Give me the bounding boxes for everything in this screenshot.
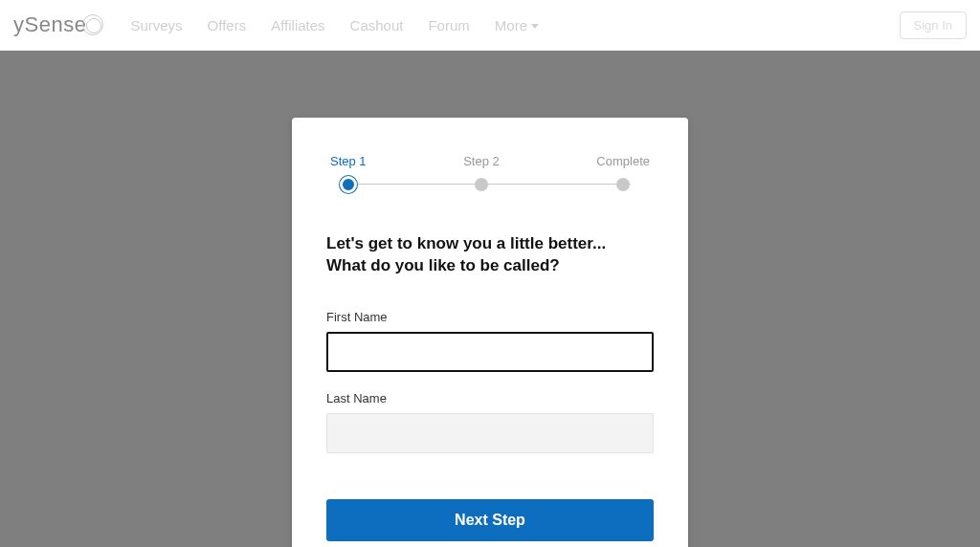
first-name-input[interactable] [326, 332, 654, 372]
nav-offers[interactable]: Offers [208, 17, 247, 33]
nav-forum[interactable]: Forum [428, 17, 469, 33]
top-navigation: ySense Surveys Offers Affiliates Cashout… [0, 0, 980, 51]
last-name-field: Last Name [326, 391, 654, 453]
nav-forum-label: Forum [428, 17, 469, 33]
onboarding-modal: Step 1 Step 2 Complete Let's get to know… [292, 118, 688, 547]
nav-surveys[interactable]: Surveys [130, 17, 182, 33]
first-name-label: First Name [326, 310, 654, 324]
step-indicator: Step 1 Step 2 Complete [326, 154, 654, 193]
step-complete-dot-icon [616, 178, 630, 191]
step-1-label: Step 1 [330, 154, 367, 168]
nav-more-label: More [495, 17, 527, 33]
nav-affiliates[interactable]: Affiliates [271, 17, 324, 33]
step-2: Step 2 [463, 154, 500, 193]
step-complete: Complete [596, 154, 650, 193]
nav-cashout-label: Cashout [350, 17, 404, 33]
nav-more[interactable]: More [495, 17, 539, 33]
heading-line-1: Let's get to know you a little better... [326, 234, 606, 252]
step-1: Step 1 [330, 154, 367, 193]
last-name-input[interactable] [326, 413, 654, 453]
brand-text: ySense [13, 12, 86, 37]
step-1-dot-icon [340, 176, 357, 193]
nav-offers-label: Offers [208, 17, 247, 33]
nav-affiliates-label: Affiliates [271, 17, 324, 33]
step-2-dot-icon [475, 178, 488, 191]
step-complete-label: Complete [596, 154, 650, 168]
heading-line-2: What do you like to be called? [326, 256, 560, 274]
chevron-down-icon [531, 24, 539, 29]
nav-surveys-label: Surveys [130, 17, 182, 33]
step-2-label: Step 2 [463, 154, 500, 168]
nav-cashout[interactable]: Cashout [350, 17, 404, 33]
next-step-button[interactable]: Next Step [326, 499, 654, 541]
first-name-field: First Name [326, 310, 654, 372]
brand-logo-icon [82, 14, 103, 35]
modal-heading: Let's get to know you a little better...… [326, 233, 654, 277]
last-name-label: Last Name [326, 391, 654, 405]
brand-logo[interactable]: ySense [13, 12, 103, 37]
main-nav: Surveys Offers Affiliates Cashout Forum … [130, 17, 899, 33]
modal-overlay: Step 1 Step 2 Complete Let's get to know… [0, 51, 980, 547]
sign-in-button[interactable]: Sign In [900, 11, 967, 39]
